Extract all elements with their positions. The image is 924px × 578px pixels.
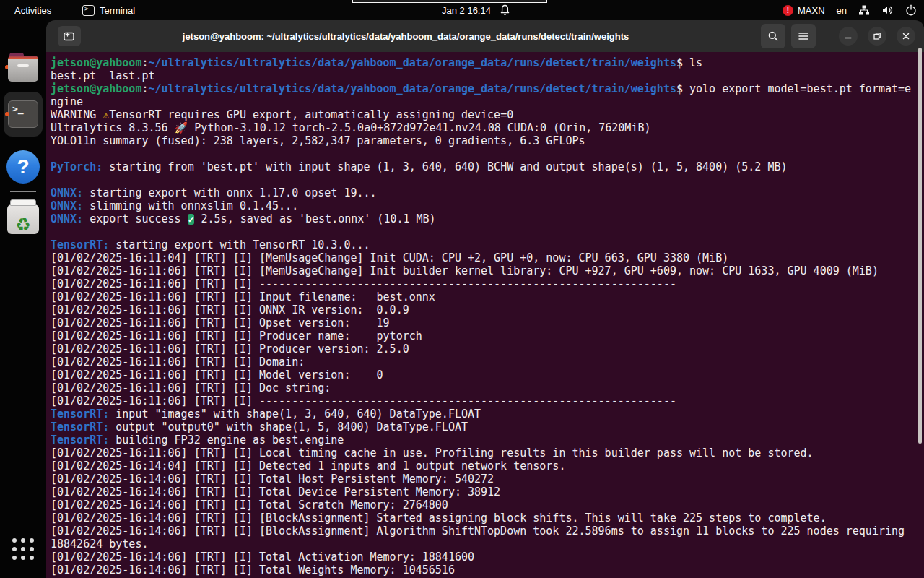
terminal-line <box>51 147 923 160</box>
desktop: Activities Terminal Jan 2 16:14 ! MAXN e… <box>0 0 924 578</box>
power-mode-indicator: ! MAXN <box>783 5 825 16</box>
terminal-line: ngine <box>51 95 923 108</box>
dock: >_ ? ♻ <box>0 20 46 578</box>
terminal-output: jetson@yahboom:~/ultralytics/ultralytics… <box>51 56 923 577</box>
clock-label: Jan 2 16:14 <box>442 5 491 16</box>
terminal-line: jetson@yahboom:~/ultralytics/ultralytics… <box>51 56 923 69</box>
terminal-line: [01/02/2025-16:11:06] [TRT] [I] --------… <box>51 277 923 290</box>
keyboard-layout-indicator: en <box>837 5 847 16</box>
terminal-line: [01/02/2025-16:14:06] [TRT] [I] Total Ho… <box>51 473 923 486</box>
power-icon <box>905 4 917 16</box>
terminal-line: [01/02/2025-16:11:06] [TRT] [I] Input fi… <box>51 290 923 303</box>
activities-button[interactable]: Activities <box>14 0 51 20</box>
terminal-content[interactable]: jetson@yahboom:~/ultralytics/ultralytics… <box>46 52 924 578</box>
terminal-line <box>51 173 923 186</box>
terminal-line: ONNX: export success ✔ 2.5s, saved as 'b… <box>51 212 923 225</box>
volume-icon <box>881 4 894 16</box>
power-mode-label: MAXN <box>798 5 825 16</box>
titlebar-controls <box>761 20 915 52</box>
terminal-line: [01/02/2025-16:11:06] [TRT] [I] Producer… <box>51 342 923 355</box>
terminal-line: ONNX: starting export with onnx 1.17.0 o… <box>51 186 923 199</box>
trash-icon: ♻ <box>7 199 39 234</box>
titlebar[interactable]: jetson@yahboom: ~/ultralytics/ultralytic… <box>46 20 924 52</box>
window-title: jetson@yahboom: ~/ultralytics/ultralytic… <box>46 31 765 42</box>
hidden-window-edge[interactable] <box>352 0 547 3</box>
terminal-running-indicator <box>5 112 9 116</box>
terminal-line: [01/02/2025-16:11:06] [TRT] [I] ONNX IR … <box>51 303 923 316</box>
maximize-button[interactable] <box>868 27 886 46</box>
terminal-line: Ultralytics 8.3.56 🚀 Python-3.10.12 torc… <box>51 121 923 134</box>
terminal-line: [01/02/2025-16:11:06] [TRT] [I] Producer… <box>51 329 923 342</box>
terminal-line: TensorRT: building FP32 engine as best.e… <box>51 434 923 447</box>
terminal-line: [01/02/2025-16:11:06] [TRT] [I] Model ve… <box>51 368 923 381</box>
minimize-button[interactable] <box>839 27 858 46</box>
files-icon <box>8 53 38 82</box>
terminal-line: [01/02/2025-16:11:06] [TRT] [I] --------… <box>51 394 923 407</box>
system-status-area[interactable]: ! MAXN en <box>783 0 917 20</box>
terminal-line: [01/02/2025-16:14:06] [TRT] [I] Total De… <box>51 486 923 499</box>
terminal-line: YOLO11n summary (fused): 238 layers, 2,5… <box>51 134 923 147</box>
close-button[interactable] <box>897 27 915 46</box>
terminal-line: WARNING ⚠TensorRT requires GPU export, a… <box>51 108 923 121</box>
terminal-line: [01/02/2025-16:11:06] [TRT] [I] [MemUsag… <box>51 264 923 277</box>
focused-app-label: Terminal <box>100 5 135 16</box>
clock-menu[interactable]: Jan 2 16:14 <box>442 0 510 20</box>
activities-label: Activities <box>14 5 51 16</box>
terminal-active-backdrop: >_ <box>4 92 43 137</box>
terminal-line: best.pt last.pt <box>51 69 923 82</box>
terminal-line: PyTorch: starting from 'best.pt' with in… <box>51 160 923 173</box>
terminal-line: TensorRT: starting export with TensorRT … <box>51 238 923 251</box>
terminal-line: [01/02/2025-16:11:06] [TRT] [I] Domain: <box>51 355 923 368</box>
terminal-line: [01/02/2025-16:14:06] [TRT] [I] Total We… <box>51 564 923 577</box>
terminal-line: TensorRT: output "output0" with shape(1,… <box>51 420 923 434</box>
focused-app-menu[interactable]: Terminal <box>82 0 135 20</box>
terminal-line: jetson@yahboom:~/ultralytics/ultralytics… <box>51 82 923 95</box>
network-wired-icon <box>858 4 870 16</box>
bell-icon <box>500 4 510 16</box>
terminal-line: [01/02/2025-16:11:06] [TRT] [I] Local ti… <box>51 447 923 460</box>
terminal-line: [01/02/2025-16:14:06] [TRT] [I] Total Sc… <box>51 499 923 512</box>
terminal-line: 18842624 bytes. <box>51 538 923 551</box>
power-mode-badge-icon: ! <box>783 5 793 16</box>
menu-button[interactable] <box>791 24 816 48</box>
terminal-line: [01/02/2025-16:11:06] [TRT] [I] Opset ve… <box>51 316 923 329</box>
dock-item-trash[interactable]: ♻ <box>0 198 46 236</box>
dock-divider <box>10 191 36 192</box>
terminal-icon: >_ <box>8 100 38 128</box>
top-bar: Activities Terminal Jan 2 16:14 ! MAXN e… <box>0 0 924 20</box>
dock-item-terminal[interactable]: >_ <box>0 90 46 139</box>
terminal-line: [01/02/2025-16:14:06] [TRT] [I] [BlockAs… <box>51 512 923 525</box>
recycle-icon: ♻ <box>15 215 31 234</box>
terminal-scrollbar[interactable] <box>918 48 922 444</box>
show-applications-button[interactable] <box>0 535 46 564</box>
terminal-line <box>51 225 923 238</box>
search-button[interactable] <box>761 24 785 48</box>
terminal-window: jetson@yahboom: ~/ultralytics/ultralytic… <box>46 20 924 578</box>
terminal-line: ONNX: slimming with onnxslim 0.1.45... <box>51 199 923 212</box>
dock-item-files[interactable] <box>0 49 46 85</box>
terminal-line: [01/02/2025-16:14:04] [TRT] [I] Detected… <box>51 460 923 473</box>
terminal-line: [01/02/2025-16:11:06] [TRT] [I] Doc stri… <box>51 381 923 394</box>
terminal-line: [01/02/2025-16:14:06] [TRT] [I] Total Ac… <box>51 551 923 564</box>
terminal-line: TensorRT: input "images" with shape(1, 3… <box>51 407 923 420</box>
terminal-line: [01/02/2025-16:14:06] [TRT] [I] [BlockAs… <box>51 525 923 538</box>
show-apps-grid-icon <box>12 538 34 560</box>
dock-item-help[interactable]: ? <box>0 149 46 185</box>
terminal-app-icon <box>82 5 95 16</box>
terminal-line: [01/02/2025-16:11:04] [TRT] [I] [MemUsag… <box>51 251 923 264</box>
help-icon: ? <box>6 150 40 184</box>
